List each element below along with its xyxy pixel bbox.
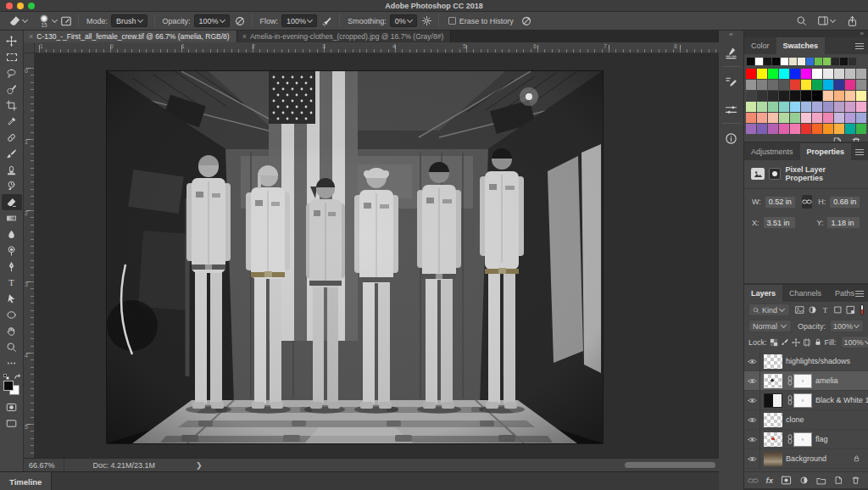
layer-row[interactable]: Black & White 1 (744, 391, 868, 410)
swatch[interactable] (845, 69, 855, 79)
layer-filtering-toggle[interactable] (860, 304, 864, 315)
tab-color[interactable]: Color (744, 37, 776, 54)
swatch[interactable] (840, 58, 848, 65)
swatch[interactable] (746, 69, 756, 79)
move-tool[interactable] (2, 33, 22, 49)
zoom-tool[interactable] (2, 339, 22, 355)
mask-link-icon[interactable] (786, 376, 793, 386)
canvas-photo[interactable] (107, 71, 603, 443)
blend-mode-dropdown[interactable]: Normal (748, 320, 792, 332)
swatch[interactable] (790, 69, 800, 79)
tab-layers[interactable]: Layers (744, 285, 782, 302)
swatch[interactable] (856, 102, 866, 112)
document-tab-active[interactable]: × C-130_-_First_all_female_crew.tif @ 66… (24, 31, 237, 42)
swatch[interactable] (790, 102, 800, 112)
swatch[interactable] (790, 124, 800, 134)
swatch[interactable] (746, 113, 756, 123)
swatch[interactable] (834, 102, 844, 112)
layer-name[interactable]: Background (786, 454, 826, 463)
layer-thumbnail[interactable] (764, 374, 782, 388)
ruler-origin-corner[interactable] (24, 42, 35, 53)
swatch[interactable] (781, 58, 788, 65)
filter-smart-objects-icon[interactable] (846, 305, 855, 315)
quick-mask-mode-button[interactable] (2, 399, 22, 415)
swatch[interactable] (757, 113, 767, 123)
tab-swatches[interactable]: Swatches (776, 37, 826, 54)
swatch[interactable] (757, 69, 767, 79)
swatch[interactable] (790, 80, 800, 90)
background-layer-thumbnail[interactable] (764, 452, 782, 466)
adjustment-layer-thumbnail[interactable] (764, 393, 782, 408)
visibility-eye-icon[interactable] (744, 449, 760, 468)
type-tool[interactable]: T (2, 275, 22, 291)
ellipse-shape-tool[interactable] (2, 307, 22, 323)
y-field[interactable]: 1.18 in (826, 216, 860, 229)
tab-channels[interactable]: Channels (782, 285, 828, 302)
layer-opacity-dropdown[interactable]: 100% (830, 320, 864, 332)
status-popup-arrow-icon[interactable]: ❯ (196, 461, 203, 470)
swatch[interactable] (746, 124, 756, 134)
swatch[interactable] (823, 58, 831, 65)
toggle-brush-settings-button[interactable] (58, 15, 74, 27)
screen-mode-button[interactable] (2, 415, 22, 432)
horizontal-scrollbar-thumb[interactable] (625, 462, 715, 468)
rectangular-marquee-tool[interactable] (2, 49, 22, 65)
swatch[interactable] (779, 80, 789, 90)
brush-tool[interactable] (2, 146, 22, 162)
crop-tool[interactable] (2, 97, 22, 114)
path-selection-tool[interactable] (2, 291, 22, 307)
swatch[interactable] (845, 124, 855, 134)
swatch[interactable] (768, 91, 778, 101)
smoothing-dropdown[interactable]: 0% (390, 14, 417, 27)
clone-source-panel-icon[interactable] (721, 100, 742, 119)
swatch[interactable] (746, 91, 756, 101)
pressure-size-button[interactable] (519, 15, 534, 27)
layer-name[interactable]: flag (815, 435, 828, 443)
swatch[interactable] (757, 80, 767, 90)
swatch[interactable] (768, 102, 778, 112)
layer-thumbnail[interactable] (764, 354, 782, 369)
swatch[interactable] (823, 124, 833, 134)
swatch[interactable] (812, 113, 822, 123)
swatch[interactable] (747, 58, 754, 65)
visibility-eye-icon[interactable] (744, 352, 760, 370)
layer-row[interactable]: highlights/shadows (744, 352, 868, 371)
swatch[interactable] (834, 80, 844, 90)
tab-adjustments[interactable]: Adjustments (744, 143, 800, 160)
foreground-color-swatch[interactable] (3, 381, 14, 391)
swatch[interactable] (845, 102, 855, 112)
fill-dropdown[interactable]: 100% (841, 336, 868, 348)
swatch[interactable] (823, 69, 833, 79)
visibility-eye-icon[interactable] (744, 391, 760, 409)
zoom-level-field[interactable]: 66.67% (24, 459, 64, 471)
new-group-button[interactable] (816, 476, 826, 485)
eraser-tool[interactable] (2, 194, 22, 210)
minimize-window-button[interactable] (17, 3, 24, 9)
lock-pixels-icon[interactable] (781, 338, 789, 347)
new-adjustment-layer-button[interactable] (799, 476, 809, 485)
layer-mask-thumbnail[interactable] (793, 393, 812, 408)
horizontal-ruler[interactable]: 1012345678 (35, 42, 719, 53)
swatch[interactable] (856, 124, 866, 134)
info-panel-icon[interactable] (721, 129, 742, 148)
visibility-eye-icon[interactable] (744, 410, 760, 429)
swatch[interactable] (812, 124, 822, 134)
smoothing-options-gear-button[interactable] (420, 15, 434, 26)
swatch[interactable] (768, 124, 778, 134)
lock-position-icon[interactable] (792, 338, 800, 347)
swatch[interactable] (801, 91, 811, 101)
collapse-panels-chevron[interactable]: » (860, 31, 864, 37)
lock-transparency-icon[interactable] (770, 338, 778, 347)
swatch[interactable] (755, 58, 763, 65)
new-swatch-button[interactable] (832, 136, 843, 142)
close-tab-icon[interactable]: × (242, 32, 247, 41)
swatch[interactable] (801, 113, 811, 123)
swatch[interactable] (856, 91, 866, 101)
new-layer-button[interactable] (834, 476, 843, 485)
filter-adjustment-layers-icon[interactable] (808, 305, 817, 315)
swap-colors-icon[interactable] (14, 374, 21, 381)
layer-thumbnail[interactable] (764, 432, 782, 447)
delete-layer-button[interactable] (851, 476, 860, 485)
search-button[interactable] (796, 15, 807, 26)
layer-mask-thumbnail[interactable] (793, 374, 812, 388)
